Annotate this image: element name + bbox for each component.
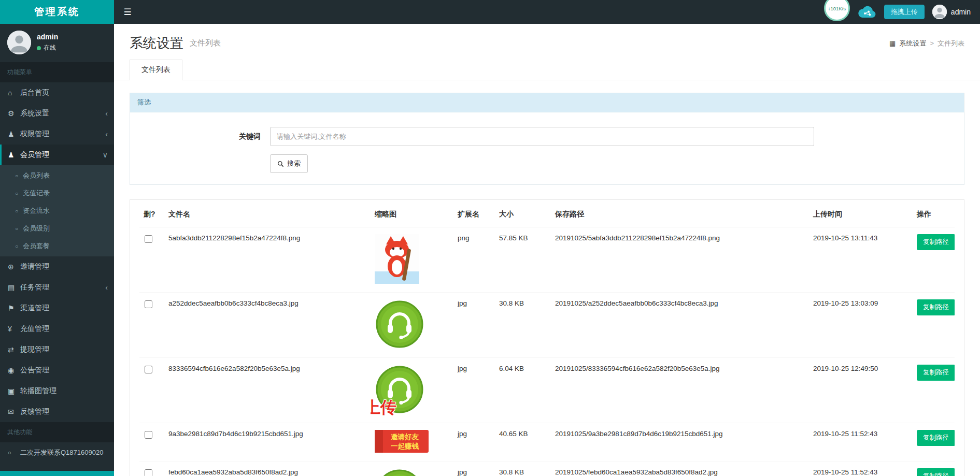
- sidebar-item-dev-contact[interactable]: ○二次开发联系Q1871609020: [0, 442, 114, 463]
- sidebar-user-panel: admin 在线: [0, 24, 114, 62]
- dashboard-icon: ▦: [889, 39, 896, 47]
- breadcrumb-root[interactable]: 系统设置: [899, 39, 926, 48]
- search-icon: [277, 161, 284, 167]
- sidebar-subitem-label: 会员套餐: [23, 241, 50, 251]
- sidebar-subitem-fund-flow[interactable]: ○资金流水: [0, 202, 114, 220]
- user-status-label: 在线: [44, 44, 56, 52]
- sidebar-subitem-label: 会员级别: [23, 224, 50, 233]
- file-size: 30.8 KB: [499, 468, 524, 476]
- sidebar-item-announcement[interactable]: ◉公告管理: [0, 360, 114, 381]
- app-logo[interactable]: 管理系统: [0, 0, 114, 24]
- user-info: admin 在线: [37, 33, 58, 52]
- search-button-label: 搜索: [287, 159, 301, 168]
- ext-cell: jpg: [453, 461, 495, 476]
- column-header: 删?: [139, 202, 164, 227]
- sidebar-item-feedback[interactable]: ✉反馈管理: [0, 401, 114, 422]
- delete-checkbox[interactable]: [145, 469, 152, 476]
- circle-icon: ○: [15, 173, 18, 179]
- keyword-label: 关键词: [130, 132, 270, 141]
- ops-cell: 复制路径: [913, 358, 955, 423]
- ops-cell: 复制路径: [913, 293, 955, 358]
- thumbnail-cell: [371, 461, 453, 476]
- hamburger-menu-icon[interactable]: ☰: [114, 0, 141, 24]
- cloud-share-icon[interactable]: [858, 5, 876, 19]
- chevron-left-icon: ‹: [105, 284, 108, 291]
- sidebar-item-permission[interactable]: ♟权限管理‹: [0, 124, 114, 145]
- filename-cell: febd60ca1aea5932aba5d83f650f8ad2.jpg: [164, 461, 371, 476]
- breadcrumb: ▦ 系统设置 > 文件列表: [889, 39, 964, 48]
- delete-checkbox[interactable]: [145, 366, 152, 373]
- size-cell: 30.8 KB: [495, 461, 551, 476]
- column-header: 上传时间: [809, 202, 913, 227]
- sidebar-other-menu: ○二次开发联系Q1871609020: [0, 442, 114, 463]
- breadcrumb-separator: >: [930, 39, 934, 47]
- flag-icon: ⚑: [8, 304, 20, 312]
- file-table: 删?文件名缩略图扩展名大小保存路径上传时间操作 5abfa3ddb2112282…: [139, 202, 955, 476]
- upload-watermark: 上传: [371, 399, 396, 415]
- file-ext: jpg: [458, 430, 467, 438]
- sidebar-subitem-member-package[interactable]: ○会员套餐: [0, 237, 114, 255]
- copy-path-button[interactable]: 复制路径: [917, 430, 955, 446]
- sidebar-subitem-member-level[interactable]: ○会员级别: [0, 220, 114, 237]
- sidebar-item-invite[interactable]: ⊕邀请管理: [0, 256, 114, 277]
- sidebar-subitem-member-list[interactable]: ○会员列表: [0, 167, 114, 184]
- sidebar-item-member[interactable]: ♟会员管理∨: [0, 145, 114, 165]
- file-size: 30.8 KB: [499, 299, 524, 307]
- copy-path-button[interactable]: 复制路径: [917, 299, 955, 315]
- sidebar-item-label: 后台首页: [20, 88, 49, 97]
- drag-upload-button[interactable]: 拖拽上传: [884, 5, 925, 19]
- thumbnail-cell: [371, 227, 453, 293]
- thumbnail-headset-image: [375, 468, 424, 476]
- user-name: admin: [37, 33, 58, 41]
- file-name: 83336594cfb616e62a582f20b5e63e5a.jpg: [168, 365, 300, 372]
- copy-path-button[interactable]: 复制路径: [917, 468, 955, 476]
- sidebar-item-channel[interactable]: ⚑渠道管理: [0, 298, 114, 319]
- page-subtitle: 文件列表: [190, 38, 221, 48]
- path-cell: 20191025/5abfa3ddb211228298ef15b2a47224f…: [551, 227, 809, 293]
- sidebar-item-carousel[interactable]: ▣轮播图管理: [0, 381, 114, 401]
- copy-path-button[interactable]: 复制路径: [917, 234, 955, 250]
- time-cell: 2019-10-25 11:52:43: [809, 423, 913, 461]
- sidebar-item-recharge[interactable]: ¥充值管理: [0, 319, 114, 339]
- sidebar-item-home[interactable]: ⌂后台首页: [0, 82, 114, 103]
- filter-panel-body: 关键词 搜索: [130, 112, 964, 184]
- path-cell: 20191025/febd60ca1aea5932aba5d83f650f8ad…: [551, 461, 809, 476]
- ops-cell: 复制路径: [913, 423, 955, 461]
- delete-cell: [139, 423, 164, 461]
- delete-checkbox[interactable]: [145, 431, 152, 439]
- chevron-left-icon: ‹: [105, 110, 108, 117]
- thumbnail-cell: 上传: [371, 358, 453, 423]
- search-button[interactable]: 搜索: [270, 154, 308, 173]
- keyword-form-row: 关键词: [130, 127, 964, 146]
- menu-section-other-header: 其他功能: [0, 422, 114, 442]
- upload-time: 2019-10-25 11:52:43: [813, 468, 877, 476]
- transfer-icon: ⇄: [8, 345, 20, 354]
- sidebar-item-withdraw[interactable]: ⇄提现管理: [0, 339, 114, 360]
- delete-checkbox[interactable]: [145, 235, 152, 243]
- path-cell: 20191025/9a3be2981c89d7b4d6c19b9215cbd65…: [551, 423, 809, 461]
- column-header: 大小: [495, 202, 551, 227]
- user-avatar: [7, 31, 31, 54]
- ops-cell: 复制路径: [913, 227, 955, 293]
- time-cell: 2019-10-25 11:52:43: [809, 461, 913, 476]
- file-name: 9a3be2981c89d7b4d6c19b9215cbd651.jpg: [168, 430, 303, 438]
- ext-cell: jpg: [453, 358, 495, 423]
- invite-icon: ⊕: [8, 263, 20, 271]
- svg-text:一起赚钱: 一起赚钱: [391, 442, 419, 450]
- delete-cell: [139, 461, 164, 476]
- ext-cell: png: [453, 227, 495, 293]
- sidebar-item-task[interactable]: ▤任务管理‹: [0, 277, 114, 298]
- file-ext: jpg: [458, 299, 467, 307]
- keyword-input[interactable]: [270, 127, 814, 146]
- delete-cell: [139, 358, 164, 423]
- submenu-member: ○会员列表○充值记录○资金流水○会员级别○会员套餐: [0, 165, 114, 256]
- time-cell: 2019-10-25 13:03:09: [809, 293, 913, 358]
- copy-path-button[interactable]: 复制路径: [917, 365, 955, 381]
- sidebar-item-system-settings[interactable]: ⚙系统设置‹: [0, 103, 114, 124]
- tab-file-list[interactable]: 文件列表: [130, 60, 182, 80]
- navbar-user[interactable]: admin: [932, 5, 971, 19]
- delete-checkbox[interactable]: [145, 300, 152, 308]
- user-status: 在线: [37, 44, 58, 52]
- sidebar-item-label: 权限管理: [20, 129, 49, 139]
- sidebar-subitem-recharge-records[interactable]: ○充值记录: [0, 184, 114, 202]
